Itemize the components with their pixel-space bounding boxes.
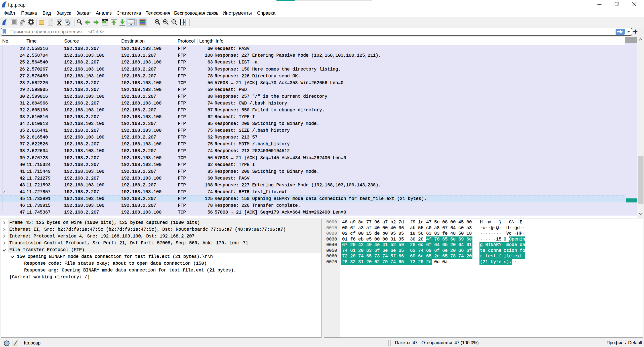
svg-text:0111: 0111 — [49, 24, 53, 26]
